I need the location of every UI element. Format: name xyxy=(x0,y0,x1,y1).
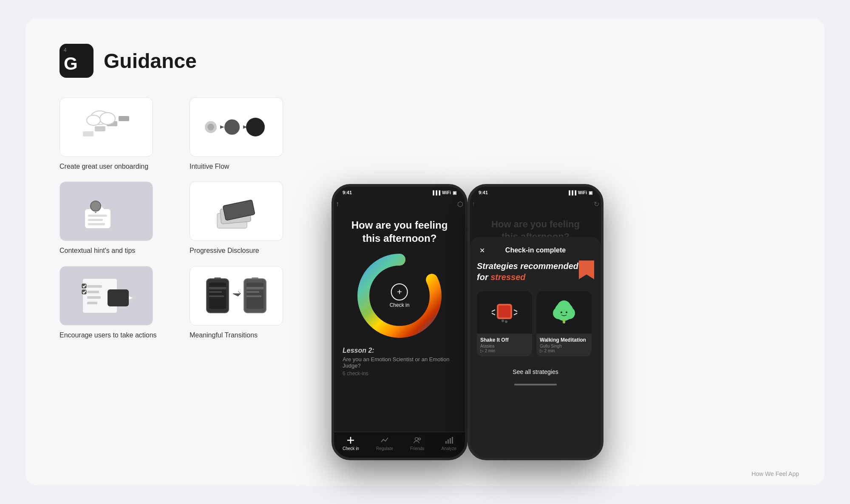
strategy-card-shake[interactable]: Shake It Off Atasiea ▷ 2 min xyxy=(477,291,532,357)
card-meaningful-transitions: Meaningful Transitions xyxy=(190,266,306,340)
svg-point-49 xyxy=(418,438,420,440)
logo-box: 4 G xyxy=(60,44,94,78)
svg-rect-37 xyxy=(209,295,224,297)
emotion-ring[interactable]: + Check in xyxy=(357,253,442,338)
checklist-icon xyxy=(79,275,134,317)
card-contextual-hints: Contextual hint's and tips xyxy=(60,181,176,255)
nav-analyze[interactable]: Analyze xyxy=(441,436,456,451)
card-icon-meaningful-transitions xyxy=(190,266,283,326)
checkin-label: Check in xyxy=(390,302,410,308)
svg-point-48 xyxy=(415,438,418,441)
left-panel: 4 G Guidance C xyxy=(60,44,306,340)
svg-line-59 xyxy=(514,310,517,311)
battery-icon-right: ▣ xyxy=(589,190,592,195)
stacked-cards-icon xyxy=(209,190,264,232)
logo-letter: G xyxy=(64,55,78,73)
card-label-intuitive-flow: Intuitive Flow xyxy=(190,162,306,171)
checkin-button[interactable]: + Check in xyxy=(390,283,410,308)
nav-friends[interactable]: Friends xyxy=(410,436,424,451)
card-icon-progressive-disclosure xyxy=(190,181,283,241)
signal-icon: ▐▐▐ xyxy=(431,190,440,195)
refresh-icon-right: ↻ xyxy=(594,200,599,208)
battery-icon: ▣ xyxy=(453,190,456,195)
lightbulb-chat-icon xyxy=(79,190,134,232)
phones-section: 9:41 ▐▐▐ WiFi ▣ ↑ ⬡ How are you feelingt… xyxy=(332,44,799,469)
close-button[interactable]: ✕ xyxy=(477,245,487,255)
svg-marker-31 xyxy=(129,296,133,300)
strategy-name-shake: Shake It Off xyxy=(480,337,529,343)
svg-rect-28 xyxy=(82,284,86,288)
card-label-onboarding: Create great user onboarding xyxy=(60,162,176,171)
card-icon-contextual-hints xyxy=(60,181,153,241)
logo-number: 4 xyxy=(64,47,67,53)
svg-point-15 xyxy=(91,201,101,211)
svg-point-8 xyxy=(207,124,214,130)
strategy-card-meditation[interactable]: Walking Meditation Gullu Singh ▷ 2 min xyxy=(536,291,592,357)
nav-checkin-label: Check in xyxy=(343,446,359,451)
phone1-nav: Check in Regulate Friends xyxy=(334,432,465,458)
nav-regulate-label: Regulate xyxy=(376,446,393,451)
home-indicator-right xyxy=(514,384,557,385)
svg-rect-13 xyxy=(85,209,110,228)
svg-point-5 xyxy=(100,113,115,125)
lesson-title: Lesson 2: xyxy=(343,347,456,354)
checkin-sheet: ✕ Check-in complete Strategies recommend… xyxy=(470,237,601,458)
phone-notch-right xyxy=(510,187,561,197)
see-all-button[interactable]: See all strategies xyxy=(477,363,594,380)
lesson-subtitle: Are you an Emotion Scientist or an Emoti… xyxy=(343,356,456,369)
nav-friends-icon xyxy=(413,436,422,445)
wifi-icon-right: WiFi xyxy=(578,190,587,195)
strategy-card-info-meditation: Walking Meditation Gullu Singh ▷ 2 min xyxy=(536,334,592,357)
nav-regulate[interactable]: Regulate xyxy=(376,436,393,451)
strategy-card-img-meditation xyxy=(536,291,592,334)
svg-rect-18 xyxy=(88,219,103,221)
strategy-author-shake: Atasiea xyxy=(480,344,529,348)
cards-grid: Create great user onboarding Intuitive F… xyxy=(60,97,306,340)
svg-rect-19 xyxy=(88,223,105,225)
phone-right: 9:41 ▐▐▐ WiFi ▣ ↑ ↻ How are you feelingt… xyxy=(468,184,604,460)
dots-arrow-icon xyxy=(202,114,270,140)
svg-rect-43 xyxy=(246,291,259,293)
share-icon-left: ↑ xyxy=(336,200,339,208)
svg-rect-44 xyxy=(246,295,261,297)
card-label-meaningful-transitions: Meaningful Transitions xyxy=(190,331,306,340)
svg-rect-29 xyxy=(82,290,86,294)
svg-rect-1 xyxy=(95,126,105,131)
svg-marker-9 xyxy=(220,125,224,129)
card-encourage-actions: Encourage users to take actions xyxy=(60,266,176,340)
page-title: Guidance xyxy=(104,49,197,73)
svg-rect-30 xyxy=(108,289,129,306)
phone-left-wrapper: 9:41 ▐▐▐ WiFi ▣ ↑ ⬡ How are you feelingt… xyxy=(332,184,468,460)
svg-rect-56 xyxy=(499,306,510,317)
strategies-header-row: Strategies recommendedfor stressed xyxy=(477,260,594,286)
svg-rect-51 xyxy=(448,439,449,444)
sheet-header: ✕ Check-in complete xyxy=(477,245,594,255)
svg-marker-38 xyxy=(233,291,241,296)
lesson-section: Lesson 2: Are you an Emotion Scientist o… xyxy=(334,347,465,406)
svg-point-62 xyxy=(505,320,507,323)
phone1-title: How are you feelingthis afternoon? xyxy=(334,218,465,245)
nav-checkin[interactable]: Check in xyxy=(343,436,359,451)
svg-point-10 xyxy=(224,119,240,135)
phone-right-wrapper: 9:41 ▐▐▐ WiFi ▣ ↑ ↻ How are you feelingt… xyxy=(468,184,604,460)
stressed-word: stressed xyxy=(490,272,525,282)
phone-left: 9:41 ▐▐▐ WiFi ▣ ↑ ⬡ How are you feelingt… xyxy=(332,184,468,460)
card-intuitive-flow: Intuitive Flow xyxy=(190,97,306,171)
signal-icon-right: ▐▐▐ xyxy=(567,190,576,195)
status-icons-left: ▐▐▐ WiFi ▣ xyxy=(431,190,456,195)
strategy-card-info-shake: Shake It Off Atasiea ▷ 2 min xyxy=(477,334,532,357)
share-icon-right: ↑ xyxy=(472,200,475,208)
svg-rect-3 xyxy=(119,116,129,121)
svg-rect-25 xyxy=(87,291,99,293)
svg-rect-34 xyxy=(214,277,221,279)
lesson-checkins: 6 check-ins xyxy=(343,371,456,377)
strategy-card-img-shake xyxy=(477,291,532,334)
svg-rect-27 xyxy=(87,302,97,304)
svg-rect-67 xyxy=(563,319,565,323)
strategy-duration-meditation: ▷ 2 min xyxy=(540,348,588,353)
card-icon-intuitive-flow xyxy=(190,97,283,157)
meditation-illustration xyxy=(547,295,581,329)
svg-rect-42 xyxy=(246,287,264,289)
nav-checkin-icon xyxy=(346,436,355,445)
phone1-top-icons: ↑ ⬡ xyxy=(334,197,465,212)
